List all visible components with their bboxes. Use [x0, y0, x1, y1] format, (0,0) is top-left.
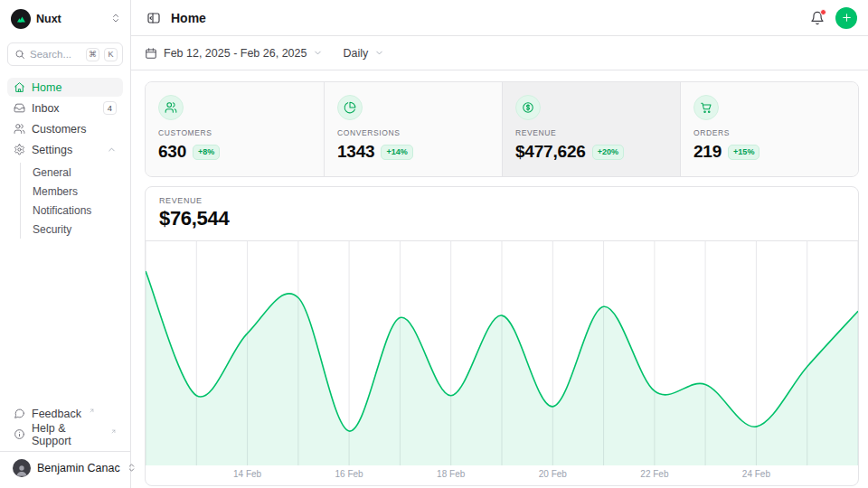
chart-x-axis: 14 Feb16 Feb18 Feb20 Feb22 Feb24 Feb: [146, 465, 858, 485]
external-link-icon: [89, 404, 95, 417]
chart-metric-label: REVENUE: [159, 196, 844, 205]
user-name: Benjamin Canac: [37, 462, 120, 474]
chart-header: REVENUE $76,544: [146, 187, 858, 241]
stat-label: ORDERS: [693, 128, 845, 137]
sidebar-item-inbox[interactable]: Inbox 4: [7, 99, 123, 117]
users-icon: [14, 123, 25, 135]
stat-label: CONVERSIONS: [337, 128, 489, 137]
chat-bubble-icon: [14, 408, 25, 419]
sidebar: Nuxt Search... ⌘ K Home: [0, 0, 131, 488]
sidebar-item-label: Inbox: [32, 102, 60, 115]
sidebar-item-settings[interactable]: Settings: [7, 140, 123, 159]
notification-dot: [820, 9, 826, 15]
stat-card-conversions[interactable]: CONVERSIONS 1343 +14%: [324, 82, 502, 176]
sidebar-item-security[interactable]: Security: [21, 220, 123, 239]
user-menu[interactable]: Benjamin Canac: [0, 451, 130, 481]
search-input[interactable]: Search... ⌘ K: [7, 42, 123, 66]
dollar-circle-icon: [515, 95, 541, 120]
chevron-up-icon: [107, 145, 117, 155]
external-link-icon: [110, 425, 117, 437]
home-icon: [14, 81, 25, 93]
avatar: [13, 459, 31, 477]
sub-item-label: General: [33, 166, 71, 179]
chart-pie-icon: [337, 95, 363, 120]
stat-card-orders[interactable]: ORDERS 219 +15%: [680, 82, 858, 176]
collapse-sidebar-button[interactable]: [145, 9, 163, 27]
kbd-meta: ⌘: [86, 48, 99, 61]
x-axis-label: 24 Feb: [742, 469, 770, 479]
sidebar-item-general[interactable]: General: [21, 163, 123, 182]
search-placeholder: Search...: [30, 49, 81, 60]
date-range-picker[interactable]: Feb 12, 2025 - Feb 26, 2025: [145, 47, 323, 60]
interval-value: Daily: [343, 47, 368, 60]
revenue-area-chart[interactable]: [146, 241, 858, 465]
search-icon: [14, 49, 25, 60]
notifications-button[interactable]: [808, 9, 826, 27]
settings-submenu: General Members Notifications Security: [20, 163, 123, 239]
inbox-count-badge: 4: [103, 101, 117, 115]
chart-metric-value: $76,544: [159, 207, 844, 230]
stat-value: $477,626: [515, 142, 586, 162]
sidebar-item-label: Home: [32, 81, 61, 94]
x-axis-label: 14 Feb: [233, 469, 261, 479]
page-header: Home: [131, 0, 868, 36]
sidebar-nav: Home Inbox 4 Customers Settings: [7, 78, 123, 239]
chevrons-up-down-icon: [110, 11, 121, 27]
footer-link-label: Help & Support: [32, 422, 103, 447]
date-range-value: Feb 12, 2025 - Feb 26, 2025: [164, 47, 307, 60]
x-axis-label: 18 Feb: [437, 469, 465, 479]
sub-item-label: Members: [33, 185, 78, 198]
stat-delta-badge: +20%: [592, 145, 624, 160]
filters-toolbar: Feb 12, 2025 - Feb 26, 2025 Daily: [131, 36, 868, 70]
new-item-button[interactable]: [835, 7, 857, 29]
workspace-switcher[interactable]: Nuxt: [7, 7, 123, 31]
x-axis-label: 22 Feb: [640, 469, 668, 479]
chart-canvas: [146, 241, 858, 465]
x-axis-label: 20 Feb: [539, 469, 567, 479]
sidebar-footer-nav: Feedback Help & Support: [7, 404, 123, 451]
stat-card-customers[interactable]: CUSTOMERS 630 +8%: [146, 82, 324, 176]
stat-delta-badge: +14%: [381, 145, 412, 160]
help-support-link[interactable]: Help & Support: [7, 425, 123, 444]
chevron-down-icon: [313, 48, 323, 58]
dashboard-content: CUSTOMERS 630 +8% CONVERSIONS 1343 +14%: [131, 70, 868, 488]
gear-icon: [14, 144, 25, 155]
footer-link-label: Feedback: [32, 408, 81, 420]
sidebar-item-home[interactable]: Home: [7, 78, 123, 97]
topbar-actions: [808, 7, 857, 29]
users-icon: [158, 95, 184, 120]
sidebar-item-label: Settings: [32, 144, 72, 156]
main-area: Home Feb 12, 2025 - Feb 26, 2025: [131, 0, 868, 488]
stat-value: 219: [693, 142, 722, 162]
chevron-down-icon: [374, 48, 384, 58]
stat-value: 1343: [337, 142, 374, 162]
sidebar-item-notifications[interactable]: Notifications: [21, 201, 123, 220]
sub-item-label: Security: [33, 223, 71, 236]
nuxt-logo-icon: [11, 9, 31, 29]
calendar-icon: [145, 47, 157, 60]
inbox-icon: [14, 102, 25, 114]
stat-card-revenue[interactable]: REVENUE $477,626 +20%: [502, 82, 680, 176]
stat-delta-badge: +8%: [193, 145, 220, 160]
stat-value: 630: [158, 142, 186, 162]
stats-grid: CUSTOMERS 630 +8% CONVERSIONS 1343 +14%: [145, 81, 859, 177]
sidebar-item-label: Customers: [32, 123, 86, 136]
stat-label: REVENUE: [515, 128, 667, 137]
sidebar-item-members[interactable]: Members: [21, 182, 123, 201]
stat-label: CUSTOMERS: [158, 128, 311, 137]
app-window: Nuxt Search... ⌘ K Home: [0, 0, 868, 488]
interval-select[interactable]: Daily: [343, 47, 384, 60]
stat-delta-badge: +15%: [728, 145, 760, 160]
revenue-chart-card: REVENUE $76,544 14 Feb16 Feb18 Feb20 Feb…: [145, 186, 859, 486]
sidebar-spacer: [7, 239, 123, 404]
kbd-k: K: [104, 48, 118, 61]
workspace-name: Nuxt: [36, 13, 61, 25]
feedback-link[interactable]: Feedback: [7, 404, 123, 423]
sidebar-item-customers[interactable]: Customers: [7, 119, 123, 138]
info-circle-icon: [14, 428, 25, 440]
page-title: Home: [171, 11, 206, 25]
x-axis-label: 16 Feb: [335, 469, 363, 479]
shopping-cart-icon: [693, 95, 719, 120]
sub-item-label: Notifications: [33, 204, 91, 217]
